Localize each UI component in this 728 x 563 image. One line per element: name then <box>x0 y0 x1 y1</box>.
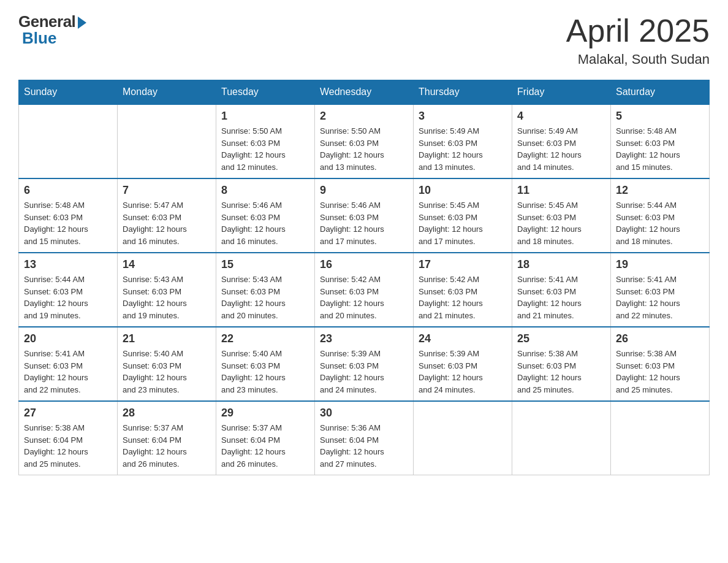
day-number: 27 <box>24 407 112 419</box>
day-info: Sunrise: 5:38 AM Sunset: 6:03 PM Dayligh… <box>616 348 704 396</box>
day-info: Sunrise: 5:46 AM Sunset: 6:03 PM Dayligh… <box>320 199 408 247</box>
calendar-week-row: 20Sunrise: 5:41 AM Sunset: 6:03 PM Dayli… <box>19 327 710 401</box>
calendar-cell: 14Sunrise: 5:43 AM Sunset: 6:03 PM Dayli… <box>118 253 216 327</box>
day-number: 12 <box>616 184 704 197</box>
day-info: Sunrise: 5:44 AM Sunset: 6:03 PM Dayligh… <box>616 199 704 247</box>
page-header: General Blue April 2025 Malakal, South S… <box>18 12 710 67</box>
calendar-table: SundayMondayTuesdayWednesdayThursdayFrid… <box>18 80 710 475</box>
day-number: 7 <box>123 184 211 197</box>
title-block: April 2025 Malakal, South Sudan <box>566 12 710 67</box>
day-info: Sunrise: 5:48 AM Sunset: 6:03 PM Dayligh… <box>616 125 704 173</box>
day-number: 10 <box>419 184 507 197</box>
day-info: Sunrise: 5:41 AM Sunset: 6:03 PM Dayligh… <box>616 274 704 321</box>
day-number: 22 <box>221 332 309 345</box>
weekday-header-wednesday: Wednesday <box>315 80 414 105</box>
calendar-cell <box>611 401 710 475</box>
calendar-cell <box>414 401 512 475</box>
calendar-cell: 13Sunrise: 5:44 AM Sunset: 6:03 PM Dayli… <box>19 253 118 327</box>
day-info: Sunrise: 5:42 AM Sunset: 6:03 PM Dayligh… <box>419 274 507 321</box>
weekday-header-friday: Friday <box>512 80 611 105</box>
day-number: 20 <box>24 332 112 345</box>
day-info: Sunrise: 5:43 AM Sunset: 6:03 PM Dayligh… <box>221 274 309 321</box>
logo-blue-text: Blue <box>22 29 56 48</box>
calendar-header: SundayMondayTuesdayWednesdayThursdayFrid… <box>19 80 710 105</box>
day-number: 16 <box>320 258 408 271</box>
day-info: Sunrise: 5:41 AM Sunset: 6:03 PM Dayligh… <box>24 348 112 396</box>
day-info: Sunrise: 5:47 AM Sunset: 6:03 PM Dayligh… <box>123 199 211 247</box>
calendar-cell: 1Sunrise: 5:50 AM Sunset: 6:03 PM Daylig… <box>216 104 315 178</box>
calendar-cell: 17Sunrise: 5:42 AM Sunset: 6:03 PM Dayli… <box>414 253 512 327</box>
calendar-week-row: 13Sunrise: 5:44 AM Sunset: 6:03 PM Dayli… <box>19 253 710 327</box>
day-number: 21 <box>123 332 211 345</box>
day-number: 29 <box>221 407 309 419</box>
day-number: 19 <box>616 258 704 271</box>
calendar-cell: 29Sunrise: 5:37 AM Sunset: 6:04 PM Dayli… <box>216 401 315 475</box>
day-number: 23 <box>320 332 408 345</box>
day-number: 18 <box>517 258 605 271</box>
day-number: 11 <box>517 184 605 197</box>
calendar-cell: 26Sunrise: 5:38 AM Sunset: 6:03 PM Dayli… <box>611 327 710 401</box>
day-number: 4 <box>517 110 605 123</box>
day-info: Sunrise: 5:49 AM Sunset: 6:03 PM Dayligh… <box>419 125 507 173</box>
calendar-cell <box>118 104 216 178</box>
day-number: 14 <box>123 258 211 271</box>
calendar-cell: 22Sunrise: 5:40 AM Sunset: 6:03 PM Dayli… <box>216 327 315 401</box>
calendar-cell: 20Sunrise: 5:41 AM Sunset: 6:03 PM Dayli… <box>19 327 118 401</box>
day-number: 3 <box>419 110 507 123</box>
calendar-week-row: 1Sunrise: 5:50 AM Sunset: 6:03 PM Daylig… <box>19 104 710 178</box>
day-number: 1 <box>221 110 309 123</box>
calendar-cell: 8Sunrise: 5:46 AM Sunset: 6:03 PM Daylig… <box>216 178 315 253</box>
calendar-cell: 19Sunrise: 5:41 AM Sunset: 6:03 PM Dayli… <box>611 253 710 327</box>
day-info: Sunrise: 5:41 AM Sunset: 6:03 PM Dayligh… <box>517 274 605 321</box>
calendar-week-row: 6Sunrise: 5:48 AM Sunset: 6:03 PM Daylig… <box>19 178 710 253</box>
day-number: 5 <box>616 110 704 123</box>
day-number: 24 <box>419 332 507 345</box>
calendar-week-row: 27Sunrise: 5:38 AM Sunset: 6:04 PM Dayli… <box>19 401 710 475</box>
calendar-cell: 25Sunrise: 5:38 AM Sunset: 6:03 PM Dayli… <box>512 327 611 401</box>
day-info: Sunrise: 5:46 AM Sunset: 6:03 PM Dayligh… <box>221 199 309 247</box>
day-info: Sunrise: 5:40 AM Sunset: 6:03 PM Dayligh… <box>123 348 211 396</box>
day-info: Sunrise: 5:37 AM Sunset: 6:04 PM Dayligh… <box>221 422 309 470</box>
day-info: Sunrise: 5:45 AM Sunset: 6:03 PM Dayligh… <box>517 199 605 247</box>
day-info: Sunrise: 5:50 AM Sunset: 6:03 PM Dayligh… <box>320 125 408 173</box>
calendar-body: 1Sunrise: 5:50 AM Sunset: 6:03 PM Daylig… <box>19 104 710 475</box>
calendar-cell: 23Sunrise: 5:39 AM Sunset: 6:03 PM Dayli… <box>315 327 414 401</box>
day-info: Sunrise: 5:39 AM Sunset: 6:03 PM Dayligh… <box>419 348 507 396</box>
calendar-cell: 30Sunrise: 5:36 AM Sunset: 6:04 PM Dayli… <box>315 401 414 475</box>
calendar-cell: 12Sunrise: 5:44 AM Sunset: 6:03 PM Dayli… <box>611 178 710 253</box>
day-info: Sunrise: 5:49 AM Sunset: 6:03 PM Dayligh… <box>517 125 605 173</box>
calendar-cell: 15Sunrise: 5:43 AM Sunset: 6:03 PM Dayli… <box>216 253 315 327</box>
calendar-cell: 16Sunrise: 5:42 AM Sunset: 6:03 PM Dayli… <box>315 253 414 327</box>
logo-arrow-icon <box>78 17 86 29</box>
day-number: 30 <box>320 407 408 419</box>
calendar-cell: 28Sunrise: 5:37 AM Sunset: 6:04 PM Dayli… <box>118 401 216 475</box>
calendar-cell: 10Sunrise: 5:45 AM Sunset: 6:03 PM Dayli… <box>414 178 512 253</box>
day-info: Sunrise: 5:39 AM Sunset: 6:03 PM Dayligh… <box>320 348 408 396</box>
day-number: 15 <box>221 258 309 271</box>
calendar-cell: 9Sunrise: 5:46 AM Sunset: 6:03 PM Daylig… <box>315 178 414 253</box>
calendar-cell: 5Sunrise: 5:48 AM Sunset: 6:03 PM Daylig… <box>611 104 710 178</box>
calendar-cell <box>19 104 118 178</box>
day-number: 13 <box>24 258 112 271</box>
day-info: Sunrise: 5:48 AM Sunset: 6:03 PM Dayligh… <box>24 199 112 247</box>
day-number: 26 <box>616 332 704 345</box>
day-number: 9 <box>320 184 408 197</box>
calendar-cell: 24Sunrise: 5:39 AM Sunset: 6:03 PM Dayli… <box>414 327 512 401</box>
day-info: Sunrise: 5:40 AM Sunset: 6:03 PM Dayligh… <box>221 348 309 396</box>
calendar-cell: 11Sunrise: 5:45 AM Sunset: 6:03 PM Dayli… <box>512 178 611 253</box>
day-info: Sunrise: 5:38 AM Sunset: 6:04 PM Dayligh… <box>24 422 112 470</box>
weekday-header-monday: Monday <box>118 80 216 105</box>
calendar-cell: 7Sunrise: 5:47 AM Sunset: 6:03 PM Daylig… <box>118 178 216 253</box>
calendar-cell: 3Sunrise: 5:49 AM Sunset: 6:03 PM Daylig… <box>414 104 512 178</box>
logo: General Blue <box>18 12 86 48</box>
day-number: 6 <box>24 184 112 197</box>
day-info: Sunrise: 5:43 AM Sunset: 6:03 PM Dayligh… <box>123 274 211 321</box>
day-number: 17 <box>419 258 507 271</box>
day-number: 25 <box>517 332 605 345</box>
day-number: 28 <box>123 407 211 419</box>
day-info: Sunrise: 5:38 AM Sunset: 6:03 PM Dayligh… <box>517 348 605 396</box>
day-info: Sunrise: 5:36 AM Sunset: 6:04 PM Dayligh… <box>320 422 408 470</box>
calendar-cell: 6Sunrise: 5:48 AM Sunset: 6:03 PM Daylig… <box>19 178 118 253</box>
weekday-header-sunday: Sunday <box>19 80 118 105</box>
day-number: 8 <box>221 184 309 197</box>
